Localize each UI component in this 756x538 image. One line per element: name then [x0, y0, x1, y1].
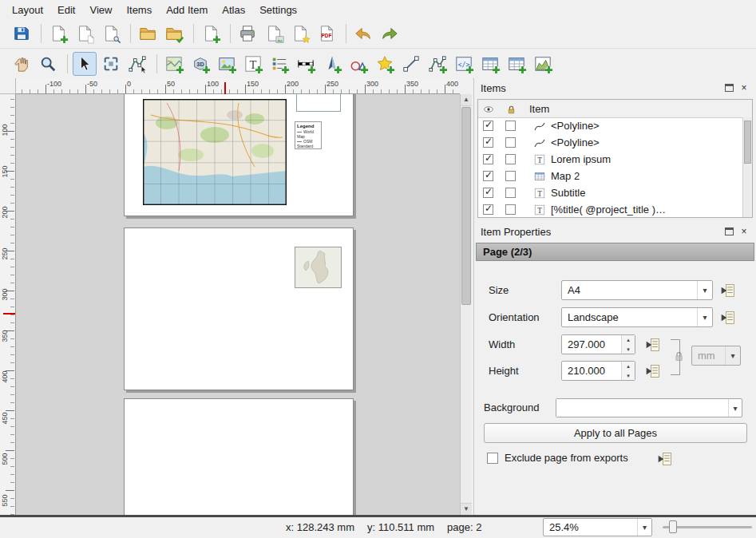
lock-checkbox[interactable]	[505, 204, 516, 215]
apply-to-all-pages-button[interactable]: Apply to all Pages	[484, 423, 747, 443]
orientation-data-defined-button[interactable]	[718, 308, 738, 327]
chevron-down-icon: ▾	[697, 308, 712, 326]
export-as-pdf-button[interactable]	[315, 22, 338, 45]
item-row-lorem-ipsum[interactable]: Lorem ipsum	[478, 151, 742, 168]
label-item-frame[interactable]	[296, 94, 341, 112]
add-legend-button[interactable]	[267, 52, 291, 76]
chevron-down-icon: ▾	[728, 399, 742, 417]
add-shape-button[interactable]	[346, 52, 370, 76]
lock-checkbox[interactable]	[505, 137, 516, 148]
export-as-svg-button[interactable]	[288, 22, 312, 45]
spin-up-icon[interactable]: ▴	[622, 335, 635, 345]
export-as-image-button[interactable]	[262, 22, 286, 45]
lock-checkbox[interactable]	[505, 171, 516, 181]
close-panel-button[interactable]: ×	[738, 83, 750, 93]
close-panel-button[interactable]: ×	[738, 227, 750, 237]
item-row-polyline-1[interactable]: <Polyline>	[478, 117, 742, 134]
item-row-polyline-2[interactable]: <Polyline>	[478, 134, 742, 151]
add-items-from-template-button[interactable]	[199, 22, 223, 45]
background-color-button[interactable]: ▾	[556, 398, 742, 417]
add-map-button[interactable]	[162, 52, 186, 76]
undo-button[interactable]	[351, 22, 375, 45]
menu-items[interactable]: Items	[119, 2, 159, 18]
page-2[interactable]	[124, 227, 354, 390]
lock-aspect-ratio-icon[interactable]	[673, 350, 685, 362]
spin-down-icon[interactable]: ▾	[622, 371, 635, 381]
height-spinbox[interactable]: 210.000 ▴▾	[561, 361, 635, 381]
size-combo[interactable]: A4 ▾	[561, 280, 713, 300]
width-spinbox[interactable]: 297.000 ▴▾	[561, 334, 635, 354]
select-move-item-button[interactable]	[73, 52, 97, 76]
zoom-button[interactable]	[36, 52, 60, 76]
duplicate-layout-button[interactable]	[73, 22, 97, 45]
scroll-up-icon[interactable]: ▲	[461, 94, 472, 106]
menu-view[interactable]: View	[82, 2, 119, 18]
redo-button[interactable]	[378, 22, 402, 45]
visibility-checkbox[interactable]	[483, 154, 493, 164]
add-attribute-table-button[interactable]	[478, 52, 502, 76]
zoom-level-combo[interactable]: 25.4% ▾	[543, 518, 652, 536]
menu-edit[interactable]: Edit	[50, 2, 82, 18]
item-row-map-2[interactable]: Map 2	[478, 168, 742, 184]
canvas-vertical-scrollbar[interactable]: ▲ ▼	[460, 94, 472, 515]
menu-layout[interactable]: Layout	[5, 2, 50, 18]
edit-nodes-item-button[interactable]	[125, 52, 149, 76]
load-from-template-button[interactable]	[136, 22, 160, 45]
size-data-defined-button[interactable]	[718, 281, 738, 300]
visibility-checkbox[interactable]	[483, 171, 493, 181]
save-project-button[interactable]	[10, 22, 34, 45]
page-1[interactable]: Legend World Map OSM Standard	[124, 94, 354, 216]
move-item-content-button[interactable]	[99, 52, 123, 76]
zoom-slider[interactable]	[663, 520, 752, 534]
add-fixed-table-button[interactable]	[505, 52, 528, 76]
visibility-checkbox[interactable]	[483, 188, 493, 198]
width-data-defined-button[interactable]	[643, 335, 663, 354]
spin-up-icon[interactable]: ▴	[622, 362, 635, 371]
lock-checkbox[interactable]	[505, 154, 516, 164]
width-value: 297.000	[562, 335, 621, 354]
map-item[interactable]	[143, 99, 287, 205]
orientation-combo[interactable]: Landscape ▾	[561, 307, 713, 327]
visibility-checkbox[interactable]	[483, 204, 493, 215]
add-html-button[interactable]	[452, 52, 476, 76]
exclude-page-checkbox[interactable]	[487, 453, 498, 464]
zoom-slider-handle[interactable]	[669, 520, 677, 533]
item-row-title-expression[interactable]: [%title( @project_title )…	[478, 201, 742, 218]
legend-item[interactable]: Legend World Map OSM Standard	[295, 121, 322, 149]
menu-atlas[interactable]: Atlas	[215, 2, 252, 18]
lock-checkbox[interactable]	[505, 121, 516, 131]
new-layout-button[interactable]	[46, 22, 70, 45]
add-arrow-button[interactable]	[399, 52, 423, 76]
add-north-arrow-button[interactable]	[320, 52, 344, 76]
layout-manager-button[interactable]	[99, 22, 123, 45]
add-marker-button[interactable]	[373, 52, 397, 76]
add-elevation-profile-button[interactable]	[531, 52, 555, 76]
visibility-checkbox[interactable]	[483, 137, 493, 148]
item-row-subtitle[interactable]: Subtitle	[478, 184, 742, 201]
menu-add-item[interactable]: Add Item	[159, 2, 215, 18]
add-scale-bar-button[interactable]	[294, 52, 318, 76]
scrollbar-thumb[interactable]	[744, 121, 751, 164]
lock-checkbox[interactable]	[505, 188, 516, 198]
scrollbar-thumb[interactable]	[461, 107, 471, 305]
layout-canvas[interactable]: Legend World Map OSM Standard	[16, 94, 460, 515]
menu-settings[interactable]: Settings	[252, 2, 304, 18]
add-label-button[interactable]	[241, 52, 265, 76]
spin-down-icon[interactable]: ▾	[622, 345, 635, 354]
print-button[interactable]	[236, 22, 259, 45]
items-list-scrollbar[interactable]	[742, 117, 752, 217]
float-panel-button[interactable]	[723, 83, 734, 93]
page-3[interactable]	[124, 398, 354, 515]
item-label: <Polyline>	[551, 120, 600, 132]
pan-layout-button[interactable]	[10, 52, 34, 76]
inset-map-item[interactable]	[295, 247, 342, 288]
float-panel-button[interactable]	[723, 227, 734, 237]
add-node-item-button[interactable]	[425, 52, 449, 76]
visibility-checkbox[interactable]	[483, 121, 493, 131]
exclude-data-defined-button[interactable]	[655, 449, 675, 469]
height-data-defined-button[interactable]	[643, 362, 663, 381]
scroll-down-icon[interactable]: ▼	[461, 503, 472, 515]
save-as-template-button[interactable]	[162, 22, 186, 45]
add-picture-button[interactable]	[215, 52, 239, 76]
add-3d-map-button[interactable]	[188, 52, 212, 76]
